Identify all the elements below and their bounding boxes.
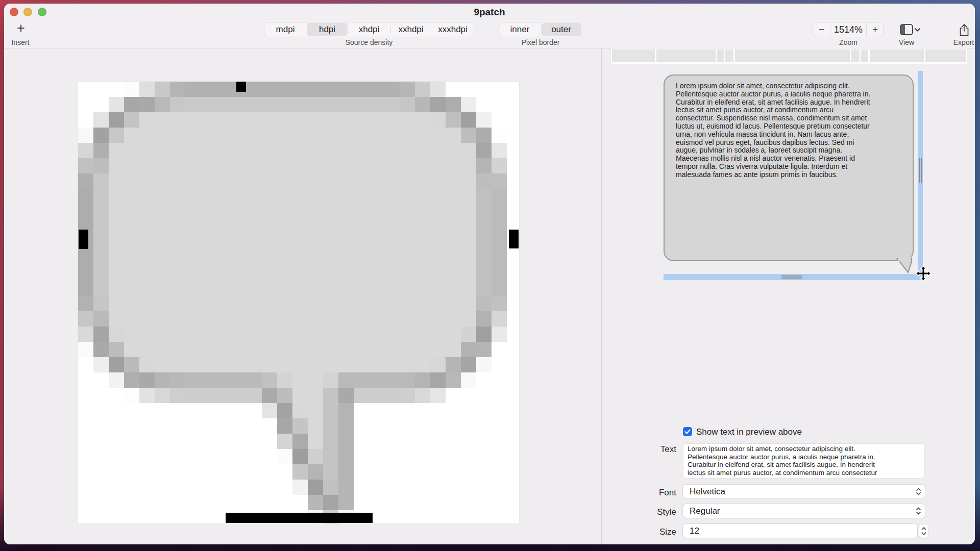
ruler-segment[interactable] — [861, 49, 868, 62]
export-caption: Export — [948, 38, 975, 46]
style-dropdown-value: Regular — [690, 506, 720, 516]
text-field-label: Text — [630, 444, 676, 455]
left-stretch-marker[interactable] — [79, 230, 88, 249]
font-label: Font — [630, 488, 676, 498]
panel-divider — [601, 48, 602, 544]
ruler-segment[interactable] — [735, 49, 850, 62]
source-density-segmented-control: mdpi hdpi xhdpi xxhdpi xxxhdpi — [264, 22, 474, 37]
pixelated-speech-bubble-image[interactable] — [78, 82, 519, 523]
text-input[interactable]: Lorem ipsum dolor sit amet, consectetur … — [683, 443, 925, 479]
zoom-control: − 1514% + — [813, 22, 884, 37]
view-caption: View — [891, 38, 922, 46]
style-label: Style — [630, 507, 676, 517]
zoom-in-button[interactable]: + — [867, 22, 884, 37]
export-button[interactable] — [959, 23, 970, 39]
segment-outer-selected[interactable]: outer — [541, 23, 581, 36]
style-dropdown[interactable]: Regular — [683, 504, 925, 518]
pixel-border-caption: Pixel border — [499, 38, 582, 46]
segment-hdpi-selected[interactable]: hdpi — [307, 23, 348, 36]
ruler-segment[interactable] — [725, 49, 733, 62]
bottom-padding-marker[interactable] — [226, 513, 373, 523]
inspector-divider — [602, 340, 975, 340]
segment-mdpi[interactable]: mdpi — [265, 23, 306, 36]
size-input-value: 12 — [690, 526, 699, 536]
horizontal-grip-line[interactable] — [781, 276, 802, 277]
insert-button[interactable]: + — [13, 21, 29, 36]
right-stretch-marker[interactable] — [509, 230, 519, 248]
sidebar-panel-icon — [900, 24, 913, 35]
up-down-chevrons-icon — [916, 487, 921, 496]
content-area: Lorem ipsum dolor sit amet, consectetur … — [4, 48, 975, 544]
zoom-out-button[interactable]: − — [813, 22, 830, 37]
segment-xxxhdpi[interactable]: xxxhdpi — [432, 23, 473, 36]
window-title: 9patch — [4, 7, 975, 18]
segment-inner[interactable]: inner — [500, 23, 540, 36]
view-button[interactable] — [900, 24, 913, 37]
show-text-checkbox-label[interactable]: Show text in preview above — [696, 427, 802, 437]
up-down-chevrons-icon — [916, 507, 921, 515]
preview-bubble-tail — [891, 255, 915, 277]
horizontal-grip-line[interactable] — [781, 278, 802, 279]
plus-icon: + — [17, 20, 25, 36]
stretch-region-ruler[interactable] — [611, 48, 967, 64]
move-cursor-icon — [915, 265, 932, 282]
size-stepper[interactable] — [919, 524, 928, 538]
ruler-segment[interactable] — [870, 49, 924, 62]
ruler-segment[interactable] — [612, 49, 655, 62]
checkmark-icon — [683, 428, 692, 436]
ruler-segment[interactable] — [925, 49, 966, 62]
ruler-segment[interactable] — [851, 49, 860, 62]
insert-caption: Insert — [9, 38, 32, 46]
show-text-checkbox[interactable] — [683, 427, 692, 436]
font-dropdown[interactable]: Helvetica — [683, 485, 925, 498]
preview-text: Lorem ipsum dolor sit amet, consectetur … — [676, 82, 906, 179]
zoom-level-value: 1514% — [830, 22, 867, 37]
ruler-segment[interactable] — [656, 49, 716, 62]
app-window: 9patch + Insert mdpi hdpi xhdpi xxhdpi x… — [4, 4, 975, 544]
vertical-grip-line[interactable] — [921, 158, 922, 183]
ruler-segment[interactable] — [717, 49, 724, 62]
zoom-caption: Zoom — [813, 38, 884, 46]
preview-bubble: Lorem ipsum dolor sit amet, consectetur … — [664, 74, 914, 261]
preview-resize-track-horizontal[interactable] — [664, 274, 925, 280]
ninepatch-artboard[interactable] — [78, 82, 519, 523]
segment-xxhdpi[interactable]: xxhdpi — [390, 23, 431, 36]
size-input[interactable]: 12 — [683, 524, 917, 538]
toolbar: 9patch + Insert mdpi hdpi xhdpi xxhdpi x… — [4, 4, 975, 48]
stepper-chevrons-icon — [919, 524, 928, 538]
source-density-caption: Source density — [264, 38, 474, 46]
segment-xhdpi[interactable]: xhdpi — [349, 23, 389, 36]
pixel-border-segmented-control: inner outer — [499, 22, 582, 37]
chevron-down-icon — [914, 28, 921, 32]
size-label: Size — [630, 527, 676, 537]
top-stretch-marker[interactable] — [236, 82, 246, 92]
font-dropdown-value: Helvetica — [690, 487, 725, 497]
vertical-grip-line[interactable] — [919, 158, 920, 183]
share-export-icon — [959, 23, 970, 37]
